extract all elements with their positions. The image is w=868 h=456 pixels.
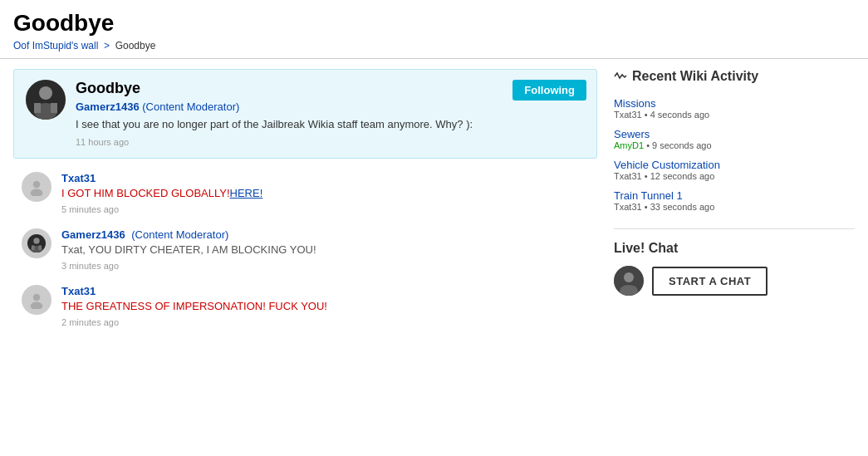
reply-3-body: Txat31 THE GREATNESS OF IMPERSONATION! F… [61, 285, 597, 328]
main-layout: Goodbye Gamerz1436 (Content Moderator) I… [0, 69, 868, 341]
activity-icon [614, 70, 627, 83]
post-text: I see that you are no longer part of the… [76, 118, 585, 130]
reply-3-time: 2 minutes ago [61, 317, 119, 327]
activity-3-page-link[interactable]: Vehicle Customization [614, 159, 855, 171]
live-chat-section: Live! Chat START A CHAT [614, 241, 855, 296]
activity-2-page-link[interactable]: Sewers [614, 128, 855, 140]
reply-3-text: THE GREATNESS OF IMPERSONATION! FUCK YOU… [61, 300, 597, 312]
activity-3-meta: Txat31 • 12 seconds ago [614, 171, 855, 181]
svg-point-15 [624, 272, 634, 282]
reply-1-text-part1: I GOT HIM BLOCKED GLOBALLY! [61, 187, 230, 199]
recent-activity-label: Recent Wiki Activity [632, 69, 758, 84]
activity-2-user: AmyD1 [614, 140, 644, 150]
page-title: Goodbye [0, 0, 868, 40]
reply-3-text-content: THE GREATNESS OF IMPERSONATION! FUCK YOU… [61, 300, 327, 312]
activity-4-user: Txat31 [614, 202, 642, 212]
activity-item-4: Train Tunnel 1 Txat31 • 33 seconds ago [614, 189, 855, 212]
activity-1-meta: Txat31 • 4 seconds ago [614, 110, 855, 120]
live-chat-title: Live! Chat [614, 241, 855, 256]
activity-1-page-link[interactable]: Missions [614, 97, 855, 110]
activity-1-user: Txat31 [614, 110, 642, 120]
post-author-badge: (Content Moderator) [142, 101, 239, 113]
content-wrapper: Goodbye Gamerz1436 (Content Moderator) I… [13, 69, 597, 328]
svg-rect-10 [32, 245, 35, 250]
activity-3-user: Txat31 [614, 171, 642, 181]
reply-1-time: 5 minutes ago [61, 204, 119, 214]
start-chat-button[interactable]: START A CHAT [652, 267, 767, 296]
activity-item-3: Vehicle Customization Txat31 • 12 second… [614, 159, 855, 181]
reply-2-time: 3 minutes ago [61, 261, 119, 271]
reply-1-body: Txat31 I GOT HIM BLOCKED GLOBALLY!HERE! … [61, 172, 597, 215]
post-header: Goodbye Gamerz1436 (Content Moderator) I… [26, 80, 585, 148]
sidebar: Recent Wiki Activity Missions Txat31 • 4… [614, 69, 855, 341]
post-title-text: Goodbye [76, 80, 585, 97]
post-author-info: Gamerz1436 (Content Moderator) [76, 101, 585, 113]
activity-item-1: Missions Txat31 • 4 seconds ago [614, 97, 855, 120]
activity-4-meta: Txat31 • 33 seconds ago [614, 202, 855, 212]
live-chat-area: START A CHAT [614, 266, 855, 296]
recent-activity-section: Recent Wiki Activity Missions Txat31 • 4… [614, 69, 855, 212]
reply-post-2: Gamerz1436 (Content Moderator) Txat, YOU… [13, 228, 597, 272]
post-time: 11 hours ago [76, 137, 129, 147]
activity-4-time: 33 seconds ago [650, 202, 715, 212]
svg-point-12 [33, 294, 41, 302]
reply-1-link[interactable]: HERE! [230, 187, 263, 199]
activity-3-time: 12 seconds ago [650, 171, 715, 181]
reply-post-3: Txat31 THE GREATNESS OF IMPERSONATION! F… [13, 285, 597, 328]
activity-4-page-link[interactable]: Train Tunnel 1 [614, 189, 855, 202]
activity-item-2: Sewers AmyD1 • 9 seconds ago [614, 128, 855, 150]
activity-1-dot: • [645, 110, 650, 120]
reply-2-author[interactable]: Gamerz1436 [61, 228, 125, 241]
post-author-link[interactable]: Gamerz1436 [76, 101, 140, 113]
following-button[interactable]: Following [512, 80, 586, 101]
svg-point-8 [33, 238, 39, 243]
activity-1-time: 4 seconds ago [650, 110, 710, 120]
sidebar-divider [614, 228, 855, 229]
activity-2-meta: AmyD1 • 9 seconds ago [614, 140, 855, 150]
reply-2-text: Txat, YOU DIRTY CHEATER, I AM BLOCKING Y… [61, 243, 597, 256]
breadcrumb: Oof ImStupid's wall > Goodbye [0, 40, 868, 58]
svg-point-13 [31, 302, 43, 309]
activity-2-dot: • [646, 140, 652, 150]
post-body: Goodbye Gamerz1436 (Content Moderator) I… [76, 80, 585, 148]
reply-1-avatar [22, 172, 51, 202]
page-header: Goodbye Oof ImStupid's wall > Goodbye [0, 0, 868, 59]
reply-2-text-content: Txat, YOU DIRTY CHEATER, I AM BLOCKING Y… [61, 243, 316, 256]
reply-1-text: I GOT HIM BLOCKED GLOBALLY!HERE! [61, 187, 597, 199]
main-content: Goodbye Gamerz1436 (Content Moderator) I… [13, 69, 597, 341]
svg-point-1 [39, 86, 52, 100]
recent-activity-title: Recent Wiki Activity [614, 69, 855, 87]
post-author-avatar [26, 80, 66, 120]
svg-rect-4 [51, 103, 57, 113]
breadcrumb-user-link[interactable]: Oof ImStupid's wall [13, 40, 98, 51]
activity-2-time: 9 seconds ago [652, 140, 712, 150]
reply-3-avatar [22, 285, 51, 315]
breadcrumb-current: Goodbye [115, 40, 156, 51]
reply-3-author[interactable]: Txat31 [61, 285, 96, 297]
reply-2-body: Gamerz1436 (Content Moderator) Txat, YOU… [61, 228, 597, 272]
activity-4-dot: • [645, 202, 650, 212]
svg-point-6 [31, 189, 43, 196]
reply-2-badge: (Content Moderator) [131, 228, 228, 241]
svg-rect-11 [38, 245, 42, 250]
reply-1-author[interactable]: Txat31 [61, 172, 96, 184]
svg-rect-3 [34, 103, 41, 113]
svg-point-5 [33, 181, 41, 189]
activity-3-dot: • [645, 171, 650, 181]
header-divider [0, 58, 868, 59]
main-post-card: Goodbye Gamerz1436 (Content Moderator) I… [13, 69, 597, 159]
reply-post-1: Txat31 I GOT HIM BLOCKED GLOBALLY!HERE! … [13, 172, 597, 215]
chat-user-avatar [614, 266, 644, 296]
reply-2-avatar [22, 228, 51, 258]
